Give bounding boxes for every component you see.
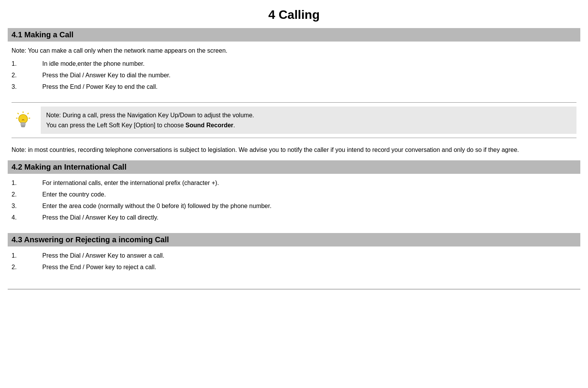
list-number: 3. [12,82,42,92]
section-4-2-list: 1. For international calls, enter the in… [12,178,576,222]
list-item: 1. In idle mode,enter the phone number. [12,59,576,68]
list-number: 2. [12,71,42,80]
list-text: Press the End / Power key to reject a ca… [42,263,576,272]
section-4-1-header: 4.1 Making a Call [8,28,580,42]
list-number: 4. [12,213,42,222]
list-item: 1. Press the Dial / Answer Key to answer… [12,251,576,260]
section-4-2: 4.2 Making an International Call 1. For … [8,160,580,228]
list-text: In idle mode,enter the phone number. [42,59,576,68]
svg-line-2 [28,113,29,114]
list-number: 2. [12,263,42,272]
tip-box: Note: During a call, press the Navigatio… [12,102,576,138]
list-item: 1. For international calls, enter the in… [12,178,576,188]
lightbulb-icon [15,107,35,134]
legislation-note: Note: in most countries, recording telep… [12,145,576,155]
list-text: Enter the country code. [42,190,576,199]
section-4-3-list: 1. Press the Dial / Answer Key to answer… [12,251,576,272]
list-item: 2. Press the Dial / Answer Key to dial t… [12,71,576,80]
tip-line2-pre: You can press the Left Soft Key [Option]… [46,122,185,128]
list-item: 3. Press the End / Power Key to end the … [12,82,576,92]
tip-line2-bold: Sound Recorder [185,122,233,128]
list-item: 2. Press the End / Power key to reject a… [12,263,576,272]
svg-rect-8 [21,125,25,127]
list-number: 1. [12,251,42,260]
svg-rect-6 [21,122,25,124]
tip-line1: Note: During a call, press the Navigatio… [46,112,254,118]
section-4-2-header: 4.2 Making an International Call [8,160,580,174]
list-item: 3. Enter the area code (normally without… [12,201,576,211]
list-number: 1. [12,178,42,188]
list-text: Press the End / Power Key to end the cal… [42,82,576,92]
list-text: Press the Dial / Answer Key to dial the … [42,71,576,80]
list-text: Enter the area code (normally without th… [42,201,576,211]
list-number: 1. [12,59,42,68]
svg-line-1 [18,113,19,114]
list-text: For international calls, enter the inter… [42,178,576,188]
section-4-3: 4.3 Answering or Rejecting a incoming Ca… [8,233,580,277]
svg-rect-7 [21,124,25,125]
bottom-divider [8,289,580,290]
list-number: 3. [12,201,42,211]
section-4-1: 4.1 Making a Call Note: You can make a c… [8,28,580,155]
page-title: 4 Calling [8,4,580,22]
list-number: 2. [12,190,42,199]
svg-point-5 [18,114,27,123]
section-4-1-list: 1. In idle mode,enter the phone number. … [12,59,576,92]
tip-line2-post: . [233,122,235,128]
list-item: 2. Enter the country code. [12,190,576,199]
list-item: 4. Press the Dial / Answer Key to call d… [12,213,576,222]
list-text: Press the Dial / Answer Key to call dire… [42,213,576,222]
list-text: Press the Dial / Answer Key to answer a … [42,251,576,260]
tip-content: Note: During a call, press the Navigatio… [41,107,576,134]
section-4-1-note: Note: You can make a call only when the … [12,46,576,55]
section-4-3-header: 4.3 Answering or Rejecting a incoming Ca… [8,233,580,246]
